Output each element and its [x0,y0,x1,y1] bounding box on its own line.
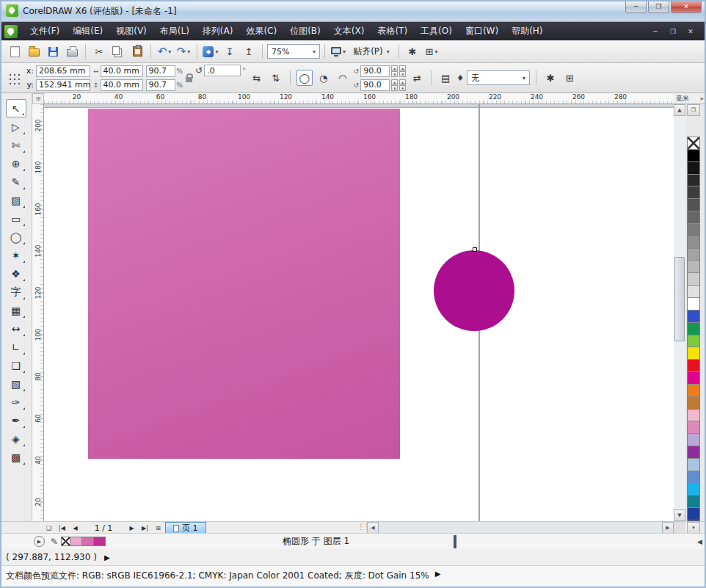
doc-restore-button[interactable]: ❐ [666,26,680,37]
spin-down-icon[interactable]: ▾ [399,71,406,77]
color-swatch[interactable] [688,261,699,273]
color-swatch[interactable] [688,360,699,372]
menu-item[interactable]: 位图(B) [283,22,327,40]
arc-start-field[interactable]: 90.0 [360,65,390,77]
color-swatch[interactable] [688,311,699,323]
doc-color-next-icon[interactable]: ▶ [435,570,441,578]
ellipse-mode-button[interactable]: ◯ [296,70,313,86]
ruler-unit-box[interactable]: 毫米 » [674,93,706,104]
chevron-down-icon[interactable]: ▾ [215,48,218,55]
menu-item[interactable]: 文本(X) [327,22,371,40]
toolbox-tool[interactable]: ▧ [6,374,26,393]
paste-button[interactable] [128,43,146,60]
palette-flyout-button[interactable]: ▶ [34,536,45,547]
page-flip-button[interactable]: ❏ [43,523,55,534]
toolbox-tool[interactable]: ❖ [6,264,26,283]
menu-item[interactable]: 表格(T) [371,22,414,40]
status-flyout-button[interactable]: ◀ [697,538,702,545]
menu-item[interactable]: 文件(F) [23,22,66,40]
first-page-button[interactable]: |◀ [56,523,68,534]
to-front-button[interactable]: ✱ [542,70,558,86]
toolbox-tool[interactable]: ✑ [6,393,26,411]
ellipse-top-node[interactable] [473,247,477,252]
toolbox-tool[interactable]: ∟ [6,338,26,356]
color-swatch[interactable] [688,484,699,496]
toolbox-tool[interactable]: ▩ [6,448,26,466]
horizontal-scroll-track[interactable] [379,522,662,534]
toolbox-tool[interactable]: ⊕ [6,154,26,173]
color-swatch[interactable] [688,471,699,484]
menu-item[interactable]: 编辑(E) [66,22,109,40]
spin-down-icon[interactable]: ▾ [399,85,406,91]
vertical-scroll-thumb[interactable] [674,257,685,341]
status-next-icon[interactable]: ▶ [104,553,110,562]
chevron-down-icon[interactable]: ▾ [187,48,190,55]
toolbox-tool[interactable]: ✒ [6,411,26,429]
color-swatch[interactable] [688,323,699,335]
toolbox-tool[interactable]: ✶ [6,246,26,264]
color-swatch[interactable] [688,421,699,434]
new-document-button[interactable] [6,43,23,60]
view-mode-button[interactable]: ▾ [330,43,347,60]
no-color-swatch[interactable] [61,537,70,546]
toolbox-tool[interactable]: 字 [6,283,26,301]
toolbox-tool[interactable]: ↖ [6,99,26,117]
color-swatch[interactable] [688,508,699,520]
lock-ratio-button[interactable] [186,77,192,82]
redo-button[interactable]: ↷▾ [175,43,192,60]
mirror-vertical-button[interactable]: ⇅ [268,70,284,86]
color-swatch[interactable] [688,410,699,422]
pie-mode-button[interactable]: ◔ [316,70,332,86]
snap-to-button[interactable]: 贴齐(P) ▾ [349,43,394,60]
document-color-swatch[interactable] [82,537,94,546]
menu-item[interactable]: 帮助(H) [505,22,549,40]
menu-item[interactable]: 布局(L) [153,22,196,40]
mirror-horizontal-button[interactable]: ⇆ [249,70,265,86]
cut-button[interactable]: ✂ [90,43,108,60]
object-y-field[interactable]: 152.941 mm [36,79,90,91]
spin-up-icon[interactable]: ▴ [391,65,398,71]
color-proof-monitor-icon[interactable] [454,537,456,547]
rotation-angle-field[interactable]: .0 [204,65,241,76]
page-tab[interactable]: 页 1 [165,522,206,534]
toolbox-tool[interactable]: ✎ [6,173,26,191]
toolbox-tool[interactable]: ▭ [6,209,26,228]
spin-up-icon[interactable]: ▴ [399,79,406,85]
scale-y-field[interactable]: 90.7 [146,79,175,91]
wrap-text-button[interactable]: ▤ [437,70,454,86]
toolbox-tool[interactable]: ✄ [6,136,26,154]
document-color-swatch[interactable] [70,537,82,546]
toolbox-tool[interactable]: ▨ [6,191,26,209]
application-launcher-button[interactable]: ◆▾ [202,43,219,60]
color-swatch[interactable] [688,446,699,459]
import-button[interactable]: ↧ [221,43,239,60]
vertical-scrollbar[interactable]: ▲ ▼ [674,104,685,521]
open-button[interactable] [25,43,43,60]
spin-down-icon[interactable]: ▾ [391,85,398,91]
scroll-left-button[interactable]: ◀ [367,522,379,534]
color-swatch[interactable] [688,175,699,187]
corel-menu-logo-icon[interactable] [4,25,18,38]
window-close-button[interactable]: ✕ [671,0,702,13]
color-swatch[interactable] [688,286,699,298]
chevron-down-icon[interactable]: ▾ [343,48,346,55]
color-swatch[interactable] [688,211,699,224]
add-page-button[interactable]: ⊞ [152,523,164,534]
options-button[interactable]: ✱ [404,43,421,60]
undo-button[interactable]: ↶▾ [156,43,173,60]
previous-page-button[interactable]: ◀ [69,523,81,534]
ellipse-object[interactable] [434,250,514,331]
menu-item[interactable]: 排列(A) [196,22,240,40]
scroll-up-button[interactable]: ▲ [674,104,685,116]
toolbox-tool[interactable]: ◯ [6,228,26,246]
arc-start-stepper[interactable]: ▴▾ [391,65,398,77]
menu-item[interactable]: 工具(O) [414,22,459,40]
object-width-field[interactable]: 40.0 mm [101,65,143,77]
palette-more-button[interactable]: ▾ [687,522,700,534]
color-swatch[interactable] [688,150,699,162]
menu-item[interactable]: 效果(C) [239,22,283,40]
eyedropper-pen-icon[interactable]: ✎ [51,537,58,547]
save-button[interactable] [44,43,62,60]
outline-width-select[interactable]: 无 ▾ [467,70,530,85]
color-swatch[interactable] [688,397,699,410]
